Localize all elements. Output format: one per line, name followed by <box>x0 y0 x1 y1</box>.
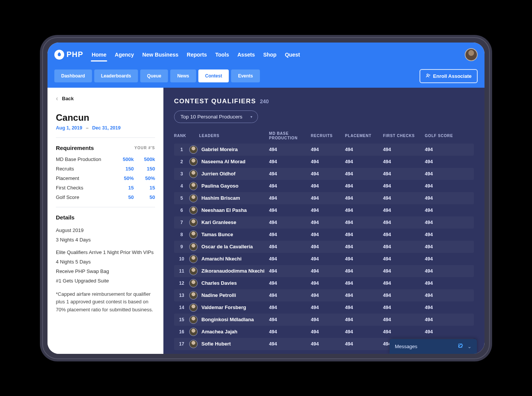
leader-cell: Bonginkosi Mdladlana <box>189 316 269 324</box>
chevron-left-icon: ‹ <box>56 95 58 103</box>
leader-name: Neeshaan El Pasha <box>201 207 247 213</box>
avatar <box>189 279 198 287</box>
back-button[interactable]: ‹ Back <box>56 95 155 103</box>
nav-item-reports[interactable]: Reports <box>186 49 208 61</box>
leader-cell: Amarachi Nkechi <box>189 255 269 263</box>
placement-cell: 494 <box>345 317 383 322</box>
qualifiers-filter-dropdown[interactable]: Top 10 Personal Producers <box>174 110 258 123</box>
tab-leaderboards[interactable]: Leaderboards <box>94 69 138 82</box>
avatar <box>189 243 198 251</box>
nav-item-assets[interactable]: Assets <box>237 49 256 61</box>
table-row[interactable]: 11Zikoranaudodimma Nkechi494494494494494 <box>174 265 474 277</box>
avatar <box>189 255 198 263</box>
avatar <box>189 340 198 348</box>
tab-queue[interactable]: Queue <box>140 69 168 82</box>
user-avatar[interactable] <box>465 48 478 61</box>
divider <box>56 137 155 138</box>
requirement-label: Golf Score <box>56 194 112 200</box>
compose-icon[interactable] <box>458 343 464 350</box>
first-checks-cell: 494 <box>383 293 425 298</box>
table-row[interactable]: 4Paulina Gayoso494494494494494 <box>174 180 474 192</box>
nav-item-quest[interactable]: Quest <box>284 49 301 61</box>
recruits-cell: 494 <box>311 268 345 274</box>
recruits-cell: 494 <box>311 317 345 322</box>
md-base-cell: 494 <box>269 341 311 347</box>
placement-cell: 494 <box>345 305 383 310</box>
table-row[interactable]: 12Charles Davies494494494494494 <box>174 277 474 289</box>
table-row[interactable]: 1Gabriel Moreira494494494494494 <box>174 144 474 156</box>
detail-line: August 2019 <box>56 227 155 233</box>
leader-name: Oscar de la Cavallería <box>201 244 253 249</box>
leader-name: Amachea Jajah <box>201 329 238 334</box>
placement-cell: 494 <box>345 220 383 225</box>
nav-item-tools[interactable]: Tools <box>214 49 230 61</box>
table-row[interactable]: 14Valdemar Forsberg494494494494494 <box>174 301 474 314</box>
nav-item-new-business[interactable]: New Business <box>142 49 179 61</box>
recruits-cell: 494 <box>311 208 345 213</box>
chevron-down-icon[interactable]: ⌄ <box>467 344 472 349</box>
contest-date-range: Aug 1, 2019 – Dec 31, 2019 <box>56 125 155 131</box>
avatar <box>189 158 198 166</box>
messages-bar[interactable]: Messages ⌄ <box>390 339 477 354</box>
enroll-associate-button[interactable]: Enroll Associate <box>420 69 478 83</box>
logo[interactable]: PHP <box>54 50 83 60</box>
first-checks-cell: 494 <box>383 281 425 286</box>
recruits-cell: 494 <box>311 244 345 249</box>
nav-item-home[interactable]: Home <box>91 49 107 61</box>
divider <box>56 207 155 207</box>
rank-cell: 6 <box>174 208 189 213</box>
table-row[interactable]: 9Oscar de la Cavallería494494494494494 <box>174 241 474 253</box>
table-row[interactable]: 8Tamas Bunce494494494494494 <box>174 229 474 241</box>
md-base-cell: 494 <box>269 208 311 213</box>
logo-icon <box>54 50 64 60</box>
table-row[interactable]: 5Hashim Briscam494494494494494 <box>174 192 474 204</box>
col-rank: RANK <box>174 134 189 138</box>
sub-nav: DashboardLeaderboardsQueueNewsContestEve… <box>48 67 484 88</box>
avatar <box>189 218 198 227</box>
requirement-label: Recruits <box>56 166 112 172</box>
contest-title: Cancun <box>56 112 155 123</box>
md-base-cell: 494 <box>269 232 311 237</box>
table-row[interactable]: 3Jurrien Oldhof494494494494494 <box>174 168 474 180</box>
tab-contest[interactable]: Contest <box>198 69 229 82</box>
leader-cell: Kari Granleese <box>189 218 269 227</box>
leader-name: Charles Davies <box>201 280 237 286</box>
avatar <box>189 206 198 215</box>
requirement-target: 500k <box>115 156 134 162</box>
leader-cell: Charles Davies <box>189 279 269 287</box>
golf-cell: 494 <box>425 208 463 213</box>
table-row[interactable]: 16Amachea Jajah494494494494494 <box>174 326 474 338</box>
golf-cell: 494 <box>425 147 463 152</box>
first-checks-cell: 494 <box>383 305 425 310</box>
table-row[interactable]: 2Naseema Al Morad494494494494494 <box>174 156 474 168</box>
table-row[interactable]: 10Amarachi Nkechi494494494494494 <box>174 253 474 265</box>
first-checks-cell: 494 <box>383 208 425 213</box>
table-row[interactable]: 7Kari Granleese494494494494494 <box>174 216 474 229</box>
elite-line: Elite Qualifiers Arrive 1 Night Prior Wi… <box>56 249 155 255</box>
first-checks-cell: 494 <box>383 196 425 201</box>
rank-cell: 1 <box>174 147 189 152</box>
nav-item-agency[interactable]: Agency <box>114 49 135 61</box>
leader-name: Sofie Hubert <box>201 341 231 347</box>
requirement-label: Placement <box>56 175 112 181</box>
table-row[interactable]: 15Bonginkosi Mdladlana494494494494494 <box>174 314 474 326</box>
rank-cell: 5 <box>174 196 189 201</box>
tab-events[interactable]: Events <box>231 69 260 82</box>
md-base-cell: 494 <box>269 268 311 274</box>
first-checks-cell: 494 <box>383 329 425 334</box>
leader-name: Kari Granleese <box>201 219 236 225</box>
nav-item-shop[interactable]: Shop <box>263 49 277 61</box>
recruits-cell: 494 <box>311 281 345 286</box>
tab-dashboard[interactable]: Dashboard <box>54 69 92 82</box>
golf-cell: 494 <box>425 268 463 274</box>
logo-text: PHP <box>66 50 83 59</box>
md-base-cell: 494 <box>269 329 311 334</box>
tab-news[interactable]: News <box>170 69 196 82</box>
table-body: 1Gabriel Moreira4944944944944942Naseema … <box>174 144 474 350</box>
elite-line: #1 Gets Upgraded Suite <box>56 278 155 284</box>
placement-cell: 494 <box>345 341 383 347</box>
table-row[interactable]: 6Neeshaan El Pasha494494494494494 <box>174 204 474 216</box>
table-row[interactable]: 13Nadine Petrolli494494494494494 <box>174 289 474 301</box>
col-golf: GOLF SCORE <box>425 134 463 138</box>
requirement-yours: 50 <box>136 194 155 200</box>
